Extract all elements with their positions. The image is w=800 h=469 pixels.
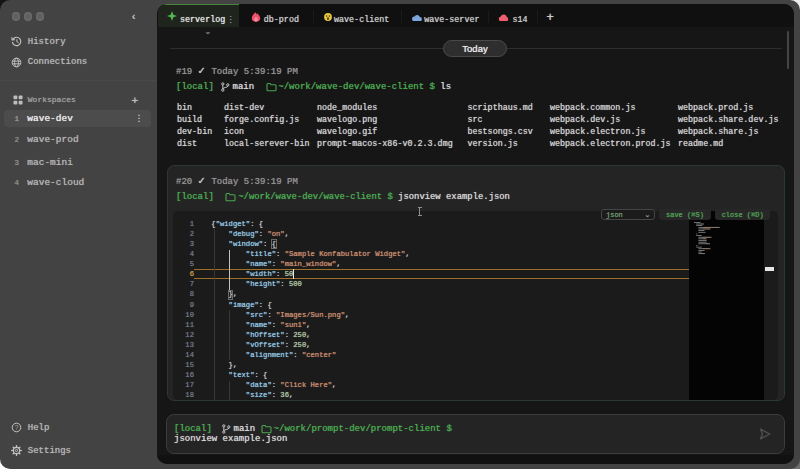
svg-text:?: ? — [15, 424, 19, 431]
